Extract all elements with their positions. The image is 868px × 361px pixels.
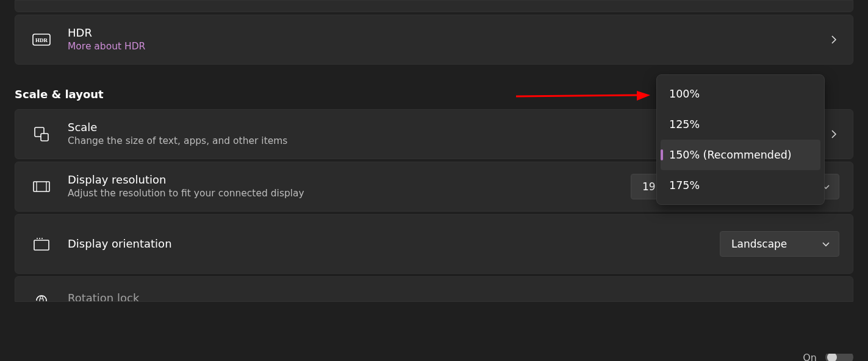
- orientation-icon: [32, 235, 51, 253]
- hdr-more-link[interactable]: More about HDR: [68, 40, 828, 53]
- scale-dropdown-flyout[interactable]: 100% 125% 150% (Recommended) 175%: [656, 74, 825, 205]
- scale-option-100[interactable]: 100%: [661, 79, 820, 109]
- chevron-right-icon: [828, 129, 839, 140]
- scale-option-125[interactable]: 125%: [661, 109, 820, 140]
- resolution-subtitle: Adjust the resolution to fit your connec…: [68, 187, 631, 200]
- orientation-title: Display orientation: [68, 237, 720, 251]
- rotation-lock-icon: [32, 291, 51, 302]
- resolution-title: Display resolution: [68, 173, 631, 187]
- svg-rect-4: [34, 182, 49, 191]
- svg-text:HDR: HDR: [35, 37, 48, 43]
- orientation-dropdown[interactable]: Landscape: [720, 231, 839, 257]
- previous-card-cutoff: [15, 0, 853, 12]
- resolution-icon: [32, 177, 51, 196]
- hdr-title: HDR: [68, 26, 828, 40]
- scale-icon: [32, 125, 51, 143]
- rotation-toggle-peek: On: [803, 354, 853, 361]
- svg-rect-7: [34, 240, 49, 250]
- scale-option-175[interactable]: 175%: [661, 170, 820, 201]
- toggle-icon[interactable]: [825, 354, 853, 361]
- rotation-lock-row[interactable]: Rotation lock: [15, 276, 853, 302]
- svg-rect-3: [41, 134, 48, 141]
- svg-point-9: [39, 238, 40, 239]
- hdr-row[interactable]: HDR HDR More about HDR: [15, 15, 853, 65]
- svg-rect-11: [40, 299, 43, 302]
- svg-point-8: [37, 238, 38, 239]
- scale-option-150[interactable]: 150% (Recommended): [661, 140, 820, 170]
- rotation-toggle-label: On: [803, 354, 817, 361]
- svg-point-10: [41, 238, 43, 239]
- orientation-row: Display orientation Landscape: [15, 214, 853, 274]
- chevron-down-icon: [822, 238, 830, 250]
- chevron-right-icon: [828, 34, 839, 45]
- rotation-lock-title: Rotation lock: [68, 291, 839, 302]
- orientation-value: Landscape: [731, 238, 787, 250]
- hdr-icon: HDR: [32, 30, 51, 49]
